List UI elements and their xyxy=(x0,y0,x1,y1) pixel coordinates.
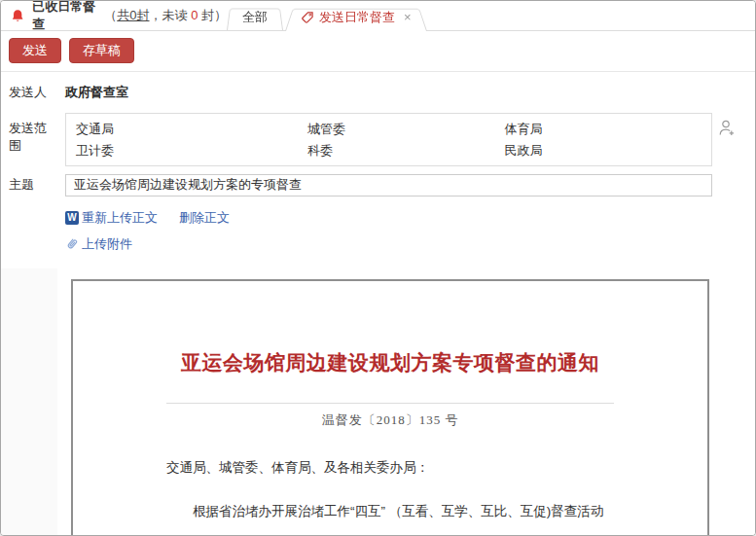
word-doc-icon: W xyxy=(65,211,79,225)
attachment-row: 上传附件 xyxy=(65,235,755,253)
tab-send-daily-supervision[interactable]: 发送日常督查 × xyxy=(285,4,427,30)
document-gutter xyxy=(1,268,57,536)
tab-bar: 全部 发送日常督查 × xyxy=(227,1,427,30)
recipient-item: 交通局 xyxy=(76,121,307,138)
save-draft-button[interactable]: 存草稿 xyxy=(69,38,134,63)
body-file-links: W 重新上传正文 删除正文 xyxy=(65,209,755,227)
paperclip-icon xyxy=(62,233,82,253)
send-button[interactable]: 发送 xyxy=(9,38,61,63)
add-user-icon xyxy=(718,119,736,138)
add-recipient-button[interactable] xyxy=(718,119,736,138)
subject-row: 主题 xyxy=(1,174,755,197)
document-body: 交通局、城管委、体育局、及各相关委办局： 根据省治堵办开展治堵工作“四互” （互… xyxy=(166,459,614,536)
document-preview-section: 亚运会场馆周边建设规划方案专项督查的通知 温督发〔2018〕135 号 交通局、… xyxy=(1,268,755,536)
page-title: 已收日常督查 xyxy=(32,0,96,33)
document-page[interactable]: 亚运会场馆周边建设规划方案专项督查的通知 温督发〔2018〕135 号 交通局、… xyxy=(71,279,709,536)
recipient-item: 民政局 xyxy=(504,142,702,160)
recipients-box[interactable]: 交通局 城管委 体育局 卫计委 科委 民政局 xyxy=(65,113,712,166)
reupload-body-link[interactable]: W 重新上传正文 xyxy=(65,209,158,227)
delete-body-link[interactable]: 删除正文 xyxy=(179,209,230,227)
tab-close-icon[interactable]: × xyxy=(404,11,412,23)
document-title: 亚运会场馆周边建设规划方案专项督查的通知 xyxy=(166,349,614,376)
recipients-row: 发送范围 交通局 城管委 体育局 卫计委 科委 民政局 xyxy=(1,113,755,166)
recipient-item: 科委 xyxy=(307,142,505,160)
subject-input[interactable] xyxy=(65,174,712,197)
bell-icon xyxy=(11,8,24,24)
scope-label: 发送范围 xyxy=(1,113,57,155)
subject-label: 主题 xyxy=(1,176,57,194)
recipient-item: 城管委 xyxy=(307,121,505,138)
tag-icon xyxy=(301,11,314,24)
document-divider xyxy=(166,403,614,404)
sender-value: 政府督查室 xyxy=(65,84,128,101)
document-content: 亚运会场馆周边建设规划方案专项督查的通知 温督发〔2018〕135 号 交通局、… xyxy=(166,281,614,536)
top-header: 已收日常督查 （共0封，未读 0 封） 全部 发送日常督查 × xyxy=(1,1,755,31)
upload-attachment-link[interactable]: 上传附件 xyxy=(65,235,132,253)
compose-form: 发送人 政府督查室 发送范围 交通局 城管委 体育局 卫计委 科委 民政局 xyxy=(1,84,755,253)
document-number: 温督发〔2018〕135 号 xyxy=(166,411,614,429)
document-salutation: 交通局、城管委、体育局、及各相关委办局： xyxy=(166,459,614,477)
recipient-item: 卫计委 xyxy=(76,142,307,160)
mail-compose-window: 已收日常督查 （共0封，未读 0 封） 全部 发送日常督查 × 发送 存草稿 发… xyxy=(0,0,756,536)
document-paragraph-line: 根据省治堵办开展治堵工作“四互” （互看、互学、互比、互促)督查活动 xyxy=(166,503,614,520)
header-title-area: 已收日常督查 （共0封，未读 0 封） xyxy=(1,1,227,30)
mail-counts: （共0封，未读 0 封） xyxy=(104,7,227,24)
tab-all[interactable]: 全部 xyxy=(227,4,283,30)
document-canvas: 亚运会场馆周边建设规划方案专项督查的通知 温督发〔2018〕135 号 交通局、… xyxy=(57,268,755,536)
action-toolbar: 发送 存草稿 xyxy=(1,31,755,72)
sender-label: 发送人 xyxy=(1,84,57,101)
sender-row: 发送人 政府督查室 xyxy=(1,84,755,101)
recipient-item: 体育局 xyxy=(504,121,702,138)
total-count-link[interactable]: 共0封 xyxy=(117,8,149,22)
